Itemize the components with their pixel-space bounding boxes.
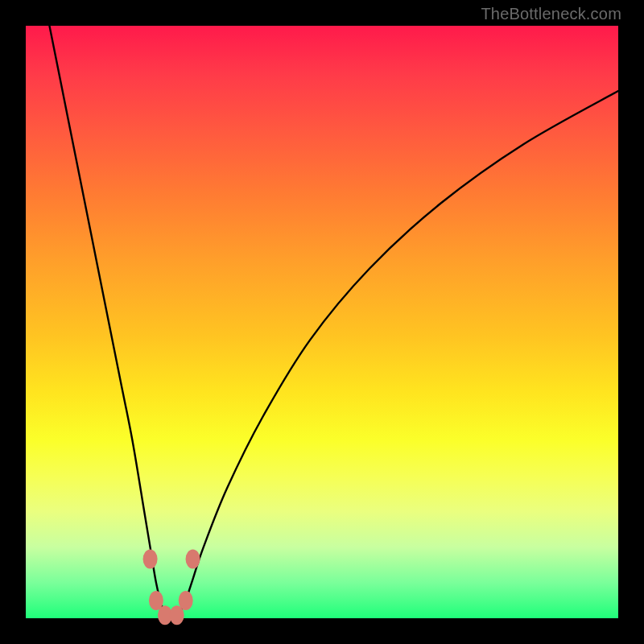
curve-marker	[143, 549, 158, 568]
chart-svg	[26, 26, 618, 618]
chart-frame: TheBottleneck.com	[0, 0, 644, 644]
curve-marker	[179, 591, 193, 610]
bottleneck-curve-path	[49, 26, 618, 619]
marker-group	[143, 549, 200, 625]
plot-area	[26, 26, 618, 618]
curve-marker	[186, 549, 200, 568]
watermark-text: TheBottleneck.com	[481, 5, 621, 23]
